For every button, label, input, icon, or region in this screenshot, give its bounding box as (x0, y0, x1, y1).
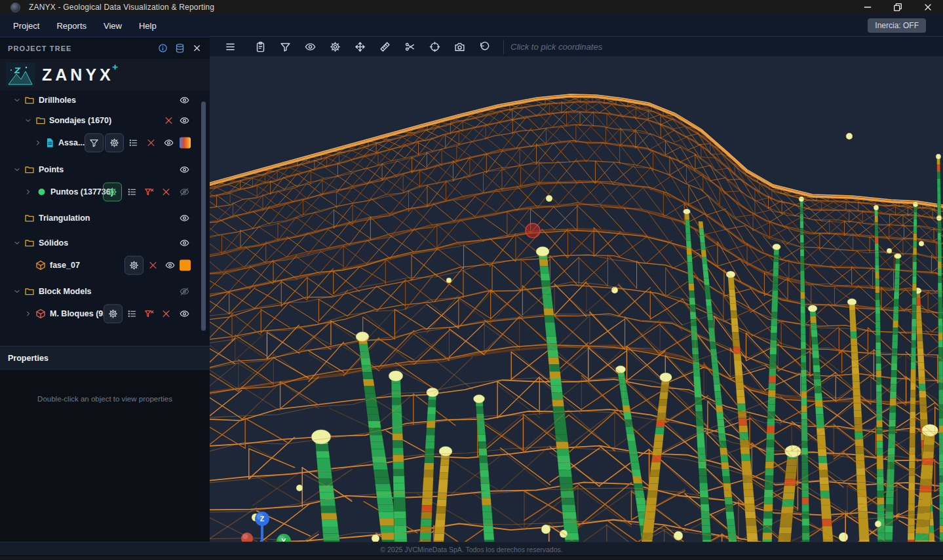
delete-x-icon[interactable] (148, 261, 158, 271)
gear-icon (109, 138, 119, 148)
delete-x-icon[interactable] (161, 187, 171, 197)
app-window: ZANYX - Geological Data Visualization & … (0, 0, 943, 560)
filter-button[interactable] (275, 39, 295, 56)
delete-x-icon[interactable] (146, 138, 156, 148)
menu-view[interactable]: View (104, 21, 122, 31)
list-icon[interactable] (127, 309, 137, 319)
visibility-eye-icon[interactable] (180, 96, 189, 105)
visibility-eye-icon[interactable] (180, 116, 189, 126)
tree-row-fase07[interactable]: fase_07 (0, 255, 210, 275)
project-tree-header: PROJECT TREE (0, 37, 210, 60)
toolbar-divider (503, 40, 504, 54)
close-panel-icon[interactable] (192, 43, 202, 53)
settings-button[interactable] (105, 134, 124, 153)
coordinates-picker[interactable]: Click to pick coordinates (510, 42, 602, 52)
filter-clear-icon[interactable] (144, 187, 154, 197)
filter-button[interactable] (85, 134, 104, 153)
menubar: Project Reports View Help Inercia: OFF (0, 14, 943, 37)
tree-row-drillholes[interactable]: Drillholes (0, 91, 210, 109)
target-button[interactable] (425, 39, 444, 56)
filter-icon (280, 41, 291, 52)
chevron-down-icon[interactable] (13, 288, 21, 295)
delete-x-icon[interactable] (161, 309, 171, 319)
inertia-toggle-badge[interactable]: Inercia: OFF (868, 18, 926, 33)
visibility-eye-off-icon[interactable] (180, 287, 189, 297)
viewport-toolbar: Click to pick coordinates (210, 36, 943, 57)
tree-label-bloques[interactable]: M. Bloques (9... (50, 309, 110, 318)
viewport-3d-canvas[interactable] (210, 56, 943, 542)
tree-row-assays[interactable]: Assa... (0, 133, 210, 153)
tree-label-drillholes[interactable]: Drillholes (39, 96, 76, 105)
chevron-down-icon[interactable] (24, 117, 32, 124)
visibility-eye-icon[interactable] (180, 309, 189, 319)
settings-button[interactable] (125, 256, 144, 275)
measure-button[interactable] (375, 39, 395, 56)
filter-clear-icon[interactable] (144, 309, 154, 319)
tree-row-solidos[interactable]: Sólidos (0, 234, 210, 252)
delete-x-icon[interactable] (164, 116, 174, 126)
filter-icon (89, 138, 99, 148)
menu-project[interactable]: Project (13, 21, 39, 31)
tree-label-solidos[interactable]: Sólidos (39, 238, 68, 248)
brand-logo-image (6, 62, 35, 87)
color-legend-chip[interactable] (180, 138, 191, 149)
tree-row-points[interactable]: Points (0, 160, 210, 179)
footer: © 2025 JVCMineData SpA. Todos los derech… (0, 542, 943, 556)
gear-icon (129, 261, 139, 271)
tree-label-block-models[interactable]: Block Models (39, 287, 92, 296)
tree-scrollbar[interactable] (201, 102, 206, 331)
tree-label-sondajes[interactable]: Sondajes (1670) (49, 116, 111, 125)
database-icon[interactable] (175, 43, 185, 53)
eye-icon (305, 41, 316, 52)
info-icon[interactable] (158, 43, 168, 53)
visibility-eye-icon[interactable] (164, 138, 174, 148)
tree-row-sondajes[interactable]: Sondajes (1670) (0, 111, 210, 130)
settings-button-active[interactable] (103, 183, 122, 202)
close-window-button[interactable] (913, 0, 943, 14)
chevron-down-icon[interactable] (13, 166, 21, 174)
tree-row-triangulation[interactable]: Triangulation (0, 209, 210, 227)
menu-help[interactable]: Help (139, 21, 157, 31)
visibility-eye-icon[interactable] (165, 261, 175, 271)
tree-row-block-models[interactable]: Block Models (0, 282, 210, 301)
list-icon[interactable] (128, 138, 138, 148)
visibility-eye-off-icon[interactable] (180, 187, 189, 197)
tree-label-points[interactable]: Points (39, 165, 64, 174)
bottom-strip (0, 555, 943, 560)
list-icon[interactable] (127, 187, 137, 197)
visibility-eye-icon[interactable] (180, 214, 189, 223)
visibility-eye-icon[interactable] (180, 165, 189, 175)
tree-row-puntos[interactable]: Puntos (137736) (0, 182, 210, 202)
file-icon (45, 138, 55, 148)
tree-label-assays[interactable]: Assa... (58, 138, 85, 147)
properties-panel: Double-click an object to view propertie… (0, 370, 210, 542)
visibility-eye-icon[interactable] (180, 238, 189, 248)
chevron-down-icon[interactable] (13, 239, 21, 247)
chevron-right-icon[interactable] (24, 188, 32, 196)
screenshot-button[interactable] (450, 39, 469, 56)
close-icon (923, 2, 933, 12)
reset-view-button[interactable] (474, 39, 494, 56)
move-button[interactable] (350, 39, 370, 56)
chevron-right-icon[interactable] (24, 310, 32, 318)
tree-label-fase07[interactable]: fase_07 (50, 261, 80, 270)
crosshair-icon (429, 41, 440, 52)
tree-label-triangulation[interactable]: Triangulation (39, 214, 90, 223)
visibility-button[interactable] (300, 39, 320, 56)
settings-button[interactable] (325, 39, 345, 56)
cut-button[interactable] (400, 39, 419, 56)
menu-reports[interactable]: Reports (56, 21, 87, 31)
menu-button[interactable] (220, 39, 240, 56)
app-icon (10, 3, 20, 12)
minimize-button[interactable] (853, 0, 883, 14)
color-chip-orange[interactable] (180, 260, 191, 271)
chevron-right-icon[interactable] (34, 139, 42, 147)
properties-header[interactable]: Properties (0, 346, 210, 371)
chevron-down-icon[interactable] (13, 96, 21, 104)
viewport-3d (210, 56, 943, 542)
folder-icon (35, 115, 46, 126)
tree-row-bloques[interactable]: M. Bloques (9... (0, 304, 210, 324)
clipboard-button[interactable] (250, 39, 270, 56)
restore-button[interactable] (883, 0, 913, 14)
settings-button[interactable] (104, 305, 123, 324)
